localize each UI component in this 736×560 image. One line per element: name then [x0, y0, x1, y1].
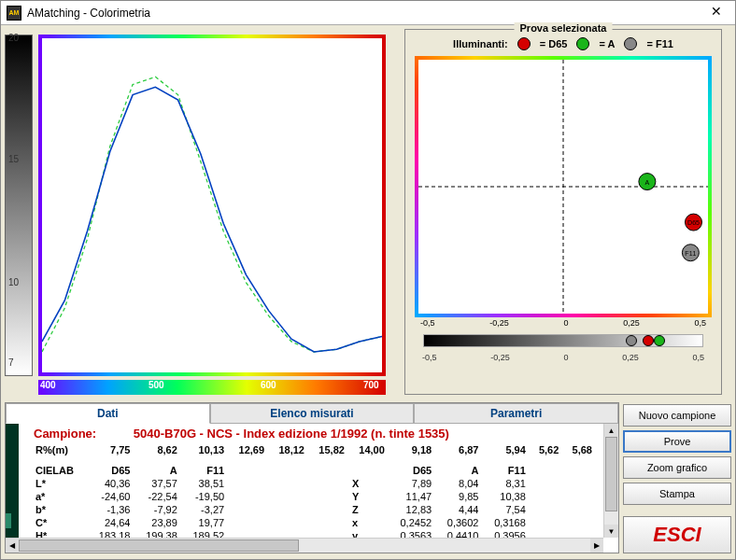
x-tick: 400 [40, 380, 56, 390]
svg-text:F11: F11 [685, 250, 696, 257]
scroll-right-icon[interactable]: ▶ [590, 539, 603, 553]
tabs: Dati Elenco misurati Parametri [6, 403, 618, 424]
dot-d65 [517, 37, 531, 50]
dot-a [576, 37, 589, 50]
scroll-up-icon[interactable]: ▲ [604, 424, 618, 437]
tab-dati[interactable]: Dati [6, 403, 210, 424]
y-tick: 10 [8, 277, 19, 287]
row-r: R%(m) 7,758,6210,1312,6918,1215,8214,009… [32, 443, 596, 456]
sample-label: Campione: [34, 427, 96, 441]
right-panel: Prova selezionata Illuminanti: = D65 = A… [404, 29, 722, 399]
strip [423, 334, 703, 347]
esci-button[interactable]: ESCI [623, 516, 731, 553]
y-tick: 15 [8, 154, 19, 164]
scroll-thumb-h[interactable] [19, 539, 299, 552]
prove-button[interactable]: Prove [623, 430, 731, 453]
spectral-svg [42, 38, 382, 372]
titlebar: AM AMatching - Colorimetria ✕ [1, 1, 735, 25]
scroll-left-icon[interactable]: ◀ [6, 539, 19, 553]
illuminants-row: Illuminanti: = D65 = A = F11 [411, 34, 715, 56]
button-column: Nuovo campione Prove Zoom grafico Stampa… [623, 402, 731, 553]
nuovo-campione-button[interactable]: Nuovo campione [623, 404, 731, 427]
sample-name: 5040-B70G - NCS - Index edizione 1/1992 … [134, 427, 449, 441]
scrollbar-vertical[interactable]: ▲ ▼ [603, 424, 618, 538]
data-table: R%(m) 7,758,6210,1312,6918,1215,8214,009… [26, 443, 602, 542]
tab-parametri[interactable]: Parametri [414, 403, 618, 424]
y-gradient-bar [5, 35, 33, 376]
strip-ticks: -0,5-0,2500,250,5 [411, 353, 715, 362]
zoom-grafico-button[interactable]: Zoom grafico [623, 456, 731, 479]
x-tick: 600 [261, 380, 276, 390]
scroll-thumb-v[interactable] [605, 437, 617, 511]
y-tick: 20 [8, 33, 19, 43]
app-icon: AM [7, 6, 21, 21]
tab-elenco[interactable]: Elenco misurati [210, 403, 415, 424]
dot-f11 [624, 37, 637, 50]
x-tick: 500 [149, 380, 164, 390]
prova-group: Prova selezionata Illuminanti: = D65 = A… [404, 29, 722, 395]
illum-d65: = D65 [540, 38, 568, 49]
spectral-plot[interactable] [38, 35, 386, 376]
illum-label: Illuminanti: [453, 38, 508, 49]
y-tick: 7 [8, 357, 14, 368]
chroma-svg: AD65F11 [418, 60, 708, 314]
strip-row [417, 334, 710, 351]
spectral-plot-panel: 20 15 10 7 400 500 600 700 [5, 29, 399, 399]
x-tick: 700 [363, 380, 379, 390]
illum-a: = A [599, 38, 615, 49]
scroll-down-icon[interactable]: ▼ [604, 525, 618, 538]
data-panel: Dati Elenco misurati Parametri Campione:… [5, 402, 619, 553]
row-cielab-hdr: CIELABD65AF11D65AF11 [32, 464, 596, 477]
stampa-button[interactable]: Stampa [623, 483, 731, 505]
prova-legend: Prova selezionata [515, 22, 613, 34]
left-color-bars [6, 424, 22, 538]
window-title: AMatching - Colorimetria [27, 7, 703, 20]
scrollbar-horizontal[interactable]: ◀ ▶ [6, 538, 603, 553]
x-spectrum-bar: 400 500 600 700 [38, 380, 386, 395]
chromaticity-plot[interactable]: AD65F11 [415, 56, 712, 317]
close-button[interactable]: ✕ [703, 4, 729, 22]
sample-row: Campione: 5040-B70G - NCS - Index edizio… [26, 424, 602, 443]
illum-f11: = F11 [646, 38, 672, 49]
svg-text:A: A [645, 179, 650, 186]
svg-text:D65: D65 [687, 219, 700, 226]
chroma-x-ticks: -0,5-0,2500,250,5 [411, 317, 715, 329]
